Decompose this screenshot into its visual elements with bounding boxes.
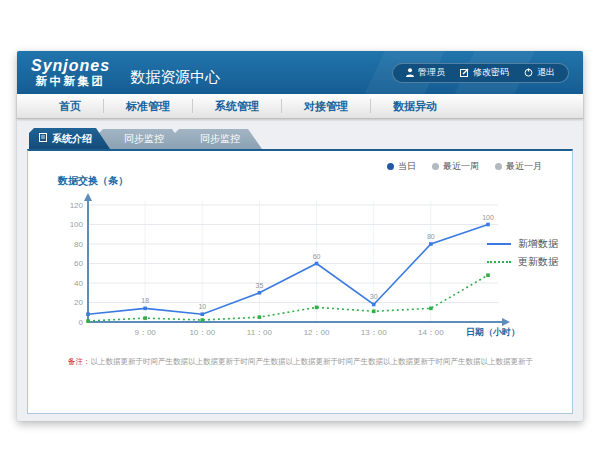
user-menu-logout[interactable]: 退出 <box>524 66 555 79</box>
user-menu-admin[interactable]: 管理员 <box>406 66 445 79</box>
radio-today[interactable]: 当日 <box>387 160 416 173</box>
nav-item-system-mgmt[interactable]: 系统管理 <box>193 94 281 118</box>
svg-text:日期（小时）: 日期（小时） <box>466 327 520 337</box>
user-menu-change-password[interactable]: 修改密码 <box>460 66 509 79</box>
chart-card: 当日 最近一周 最近一月 数据交换（条） 9：0010：0011：0012：00… <box>27 149 573 414</box>
svg-text:120: 120 <box>70 201 84 210</box>
nav-item-home[interactable]: 首页 <box>37 94 103 118</box>
power-icon <box>524 68 533 77</box>
tab-bar: 系统介绍 同步监控 同步监控 <box>29 128 573 149</box>
svg-text:60: 60 <box>74 259 83 268</box>
radio-unselected-icon <box>432 163 439 170</box>
solid-line-icon <box>487 243 511 245</box>
svg-text:12：00: 12：00 <box>304 328 330 337</box>
logo-brand: Synjones <box>31 58 110 75</box>
footnote: 备注：以上数据更新于时间产生数据以上数据更新于时间产生数据以上数据更新于时间产生… <box>68 357 558 367</box>
app-window: Synjones 新中新集团 数据资源中心 管理员 修改密码 退出 <box>17 51 583 421</box>
tab-system-intro[interactable]: 系统介绍 <box>29 128 110 149</box>
logo-company: 新中新集团 <box>31 75 110 87</box>
svg-text:10：00: 10：00 <box>189 328 215 337</box>
svg-text:30: 30 <box>370 293 378 300</box>
line-chart: 9：0010：0011：0012：0013：0014：0002040608010… <box>50 191 525 343</box>
header: Synjones 新中新集团 数据资源中心 管理员 修改密码 退出 <box>17 51 583 94</box>
svg-text:11：00: 11：00 <box>247 328 273 337</box>
tab-sync-monitor-2[interactable]: 同步监控 <box>174 129 262 149</box>
svg-text:100: 100 <box>70 220 84 229</box>
user-menu-label: 管理员 <box>418 66 445 79</box>
edit-icon <box>460 68 469 77</box>
chart-legend: 新增数据 更新数据 <box>487 235 558 271</box>
svg-text:20: 20 <box>74 298 83 307</box>
svg-text:80: 80 <box>427 233 435 240</box>
page-title: 数据资源中心 <box>130 68 220 87</box>
footnote-prefix: 备注： <box>68 357 91 366</box>
svg-text:80: 80 <box>74 240 83 249</box>
radio-label: 最近一月 <box>506 160 542 173</box>
y-axis-title: 数据交换（条） <box>58 174 128 188</box>
nav-item-standard-mgmt[interactable]: 标准管理 <box>104 94 192 118</box>
tab-label: 同步监控 <box>200 132 240 146</box>
svg-text:14：00: 14：00 <box>418 328 444 337</box>
content-area: 系统介绍 同步监控 同步监控 当日 最近一周 <box>17 119 583 414</box>
radio-last-week[interactable]: 最近一周 <box>432 160 479 173</box>
footnote-text: 以上数据更新于时间产生数据以上数据更新于时间产生数据以上数据更新于时间产生数据以… <box>91 357 534 366</box>
svg-text:18: 18 <box>141 297 149 304</box>
user-menu-label: 退出 <box>537 66 555 79</box>
user-menu-label: 修改密码 <box>473 66 509 79</box>
svg-text:9：00: 9：00 <box>134 328 156 337</box>
nav-item-interface-mgmt[interactable]: 对接管理 <box>282 94 370 118</box>
tab-label: 同步监控 <box>124 132 164 146</box>
legend-item-update-data: 更新数据 <box>487 253 558 271</box>
nav-item-data-change[interactable]: 数据异动 <box>371 94 459 118</box>
user-menu: 管理员 修改密码 退出 <box>392 63 569 83</box>
radio-label: 当日 <box>398 160 416 173</box>
dotted-line-icon <box>487 261 511 263</box>
tab-label: 系统介绍 <box>52 132 92 146</box>
svg-text:0: 0 <box>79 318 84 327</box>
svg-text:10: 10 <box>198 303 206 310</box>
svg-text:35: 35 <box>256 282 264 289</box>
radio-label: 最近一周 <box>443 160 479 173</box>
time-range-filter: 当日 最近一周 最近一月 <box>387 160 542 173</box>
svg-text:100: 100 <box>482 214 494 221</box>
radio-selected-icon <box>387 163 394 170</box>
radio-last-month[interactable]: 最近一月 <box>495 160 542 173</box>
tab-sync-monitor-1[interactable]: 同步监控 <box>98 129 186 149</box>
legend-item-new-data: 新增数据 <box>487 235 558 253</box>
radio-unselected-icon <box>495 163 502 170</box>
user-icon <box>406 68 414 77</box>
svg-text:60: 60 <box>313 253 321 260</box>
main-nav: 首页 标准管理 系统管理 对接管理 数据异动 <box>17 94 583 119</box>
logo: Synjones 新中新集团 <box>31 58 110 87</box>
legend-label: 新增数据 <box>518 237 558 251</box>
legend-label: 更新数据 <box>518 255 558 269</box>
document-icon <box>39 133 47 144</box>
svg-text:40: 40 <box>74 279 83 288</box>
svg-text:13：00: 13：00 <box>361 328 387 337</box>
